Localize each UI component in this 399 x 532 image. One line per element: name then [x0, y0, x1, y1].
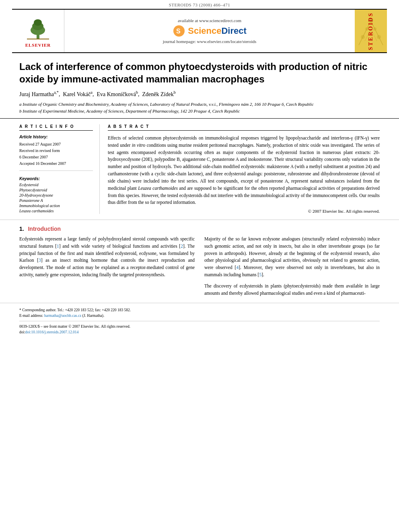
doi-link[interactable]: doi:10.1016/j.steroids.2007.12.014	[25, 330, 79, 334]
elsevier-logo: ELSEVIER	[12, 10, 64, 52]
abstract-text: Effects of selected common phytoecdyster…	[108, 135, 380, 206]
author-vokac: Karel Vokáč	[63, 91, 90, 97]
article-info-abstract-section: A R T I C L E I N F O Article history: R…	[0, 119, 399, 220]
accepted-date: Accepted 16 December 2007	[19, 161, 93, 166]
intro-right-col: Majority of the so far known ecdysone an…	[204, 236, 380, 297]
elsevier-brand-text: ELSEVIER	[25, 43, 51, 47]
corresponding-label: * Corresponding author. Tel.: +420 220 1…	[19, 308, 131, 312]
journal-info-bar: STEROIDS 73 (2008) 466–471	[0, 0, 399, 9]
author-harmatha: Juraj Harmatha	[19, 91, 54, 97]
steroids-badge: STEROIDS	[355, 10, 387, 52]
history-label: Article history:	[19, 135, 93, 139]
abstract-col: A B S T R A C T Effects of selected comm…	[108, 124, 380, 214]
ref-2-link[interactable]: 2	[181, 244, 183, 249]
keyword-4: Ponasterone A	[19, 198, 93, 203]
svg-rect-4	[27, 39, 49, 39]
license-text: 0039-128X/$ – see front matter © 2007 El…	[19, 324, 380, 329]
footer-area: * Corresponding author. Tel.: +420 220 1…	[0, 303, 399, 339]
homepage-text: journal homepage: www.elsevier.com/locat…	[163, 39, 257, 44]
sciencedirect-icon: S	[173, 25, 185, 37]
journal-header: ELSEVIER available at www.sciencedirect.…	[12, 9, 387, 53]
svg-point-13	[361, 35, 365, 39]
svg-point-14	[377, 35, 381, 39]
keyword-5: Immunobiological action	[19, 203, 93, 208]
email-suffix: (J. Harmatha).	[82, 314, 105, 318]
keyword-6: Leuzea carthamoides	[19, 209, 93, 213]
journal-info-text: STEROIDS 73 (2008) 466–471	[169, 2, 230, 7]
section-title: Introduction	[28, 226, 61, 232]
page: STEROIDS 73 (2008) 466–471 ELSEVIER avai…	[0, 0, 399, 532]
article-info-col: A R T I C L E I N F O Article history: R…	[19, 124, 100, 214]
affiliations: a Institute of Organic Chemistry and Bio…	[19, 101, 380, 114]
section-number: 1.	[19, 226, 24, 232]
affiliation-b: b Institute of Experimental Medicine, Ac…	[19, 108, 380, 115]
author-email-link[interactable]: harmatha@uochb.cas.cz	[44, 314, 82, 318]
ref-4-link[interactable]: 4	[236, 265, 239, 270]
elsevier-tree-icon	[23, 15, 53, 41]
keywords-label: Keywords:	[19, 177, 93, 181]
author-zidek: Zdeněk Zídek	[142, 91, 174, 97]
steroids-vertical-text: STEROIDS	[368, 12, 374, 50]
intro-left-text: Ecdysteroids represent a large family of…	[19, 236, 195, 279]
ref-1-link[interactable]: 1	[57, 244, 59, 249]
introduction-section: 1. Introduction Ecdysteroids represent a…	[0, 220, 399, 297]
footer-ids: 0039-128X/$ – see front matter © 2007 El…	[19, 324, 380, 335]
email-label: E-mail address:	[19, 314, 43, 318]
section-heading: 1. Introduction	[19, 226, 380, 232]
journal-center: available at www.sciencedirect.com S Sci…	[64, 10, 355, 52]
keyword-1: Ecdysteroid	[19, 183, 93, 187]
copyright-text: © 2007 Elsevier Inc. All rights reserved…	[108, 209, 380, 214]
intro-right-text-1: Majority of the so far known ecdysone an…	[204, 236, 380, 279]
received-date-2: 6 December 2007	[19, 154, 93, 160]
article-info-header: A R T I C L E I N F O	[19, 124, 93, 131]
intro-left-col: Ecdysteroids represent a large family of…	[19, 236, 195, 297]
ref-5-link[interactable]: 5	[259, 272, 261, 277]
intro-right-text-2: The discovery of ecdysteroids in plants …	[204, 283, 380, 297]
abstract-header: A B S T R A C T	[108, 124, 380, 131]
received-date-1: Received 27 August 2007	[19, 142, 93, 147]
available-text: available at www.sciencedirect.com	[178, 18, 241, 23]
intro-two-col: Ecdysteroids represent a large family of…	[19, 236, 380, 297]
authors-line: Juraj Harmathaa,*, Karel Vokáča, Eva Kmo…	[19, 90, 380, 98]
sciencedirect-label: ScienceDirect	[188, 26, 247, 36]
keyword-3: 20-Hydroxyecdysone	[19, 193, 93, 197]
svg-point-3	[34, 19, 42, 26]
keyword-2: Phytoecdysteroid	[19, 188, 93, 192]
doi-text: doi:doi:10.1016/j.steroids.2007.12.014	[19, 329, 380, 335]
svg-text:S: S	[176, 28, 181, 35]
author-kmoni: Eva Kmoníčková	[97, 91, 136, 97]
article-title-section: Lack of interference of common phytoecdy…	[0, 53, 399, 119]
ref-3-link[interactable]: 3	[39, 258, 41, 263]
article-title: Lack of interference of common phytoecdy…	[19, 60, 380, 85]
sciencedirect-logo: S ScienceDirect	[173, 25, 247, 37]
affiliation-a: a Institute of Organic Chemistry and Bio…	[19, 101, 380, 108]
received-revised-label: Received in revised form	[19, 148, 93, 154]
corresponding-author-note: * Corresponding author. Tel.: +420 220 1…	[19, 307, 380, 319]
